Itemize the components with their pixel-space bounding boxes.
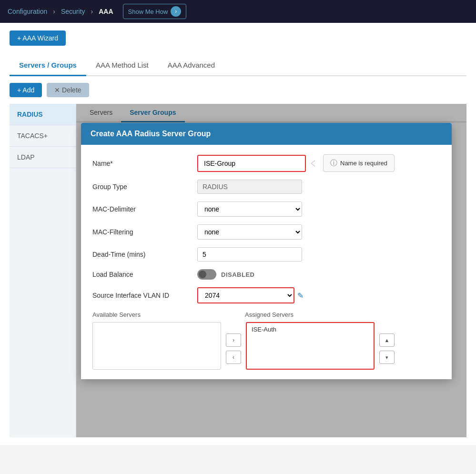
group-type-label: Group Type xyxy=(92,183,197,191)
sidebar-item-radius[interactable]: RADIUS xyxy=(10,104,76,125)
mac-filtering-label: MAC-Filtering xyxy=(92,228,197,236)
name-row: Name* ⓘ Name is required xyxy=(92,154,440,172)
create-server-group-dialog: Create AAA Radius Server Group Name* xyxy=(81,123,452,379)
mac-delimiter-row: MAC-Delimiter none colon hyphen dot xyxy=(92,202,440,217)
dialog-body: Name* ⓘ Name is required xyxy=(81,145,452,379)
source-interface-edit-icon[interactable]: ✎ xyxy=(297,291,304,300)
name-field-wrapper xyxy=(197,155,306,172)
aaa-wizard-button[interactable]: + AAA Wizard xyxy=(10,30,66,46)
source-interface-label: Source Interface VLAN ID xyxy=(92,292,197,299)
name-validation-tooltip: ⓘ Name is required xyxy=(323,154,395,172)
source-interface-wrapper: 2074 2075 2076 none xyxy=(197,287,294,303)
main-layout: RADIUS TACACS+ LDAP Servers Server Group… xyxy=(10,104,466,437)
nav-configuration[interactable]: Configuration xyxy=(8,8,47,15)
sort-up-button[interactable]: ▲ xyxy=(379,333,395,347)
load-balance-row: Load Balance DISABLED xyxy=(92,269,440,280)
available-servers-list[interactable] xyxy=(92,322,221,370)
dialog-title: Create AAA Radius Server Group xyxy=(91,130,211,138)
available-servers-col xyxy=(92,322,221,370)
nav-separator-2: › xyxy=(91,8,93,15)
show-me-how-button[interactable]: Show Me How › xyxy=(123,4,187,19)
dead-time-input[interactable] xyxy=(197,247,302,262)
sidebar-item-ldap[interactable]: LDAP xyxy=(10,147,76,168)
delete-button[interactable]: ✕ Delete xyxy=(47,83,89,97)
group-type-input xyxy=(197,180,302,194)
sidebar: RADIUS TACACS+ LDAP xyxy=(10,104,76,437)
servers-section-row: Available Servers Assigned Servers xyxy=(92,311,440,318)
mac-delimiter-label: MAC-Delimiter xyxy=(92,205,197,213)
wizard-button-label: + AAA Wizard xyxy=(17,34,58,42)
action-bar: + Add ✕ Delete xyxy=(10,76,466,104)
transfer-buttons: › ‹ xyxy=(226,322,241,364)
assigned-servers-label: Assigned Servers xyxy=(245,311,294,318)
validation-message: Name is required xyxy=(340,160,387,167)
dialog-header: Create AAA Radius Server Group xyxy=(81,123,452,145)
load-balance-toggle[interactable]: DISABLED xyxy=(197,269,254,280)
tab-aaa-advanced[interactable]: AAA Advanced xyxy=(158,55,224,76)
tab-servers-groups[interactable]: Servers / Groups xyxy=(10,55,86,76)
name-input[interactable] xyxy=(199,157,304,170)
dead-time-row: Dead-Time (mins) xyxy=(92,247,440,262)
transfer-right-button[interactable]: › xyxy=(226,333,241,347)
servers-section: › ‹ ISE-Auth ▲ ▾ xyxy=(92,322,440,370)
tab-aaa-method-list[interactable]: AAA Method List xyxy=(86,55,158,76)
nav-separator-1: › xyxy=(53,8,55,15)
transfer-left-button[interactable]: ‹ xyxy=(226,351,241,364)
mac-delimiter-select[interactable]: none colon hyphen dot xyxy=(197,202,302,217)
source-interface-row: Source Interface VLAN ID 2074 2075 2076 … xyxy=(92,287,440,303)
sort-down-button[interactable]: ▾ xyxy=(379,351,395,364)
mac-filtering-row: MAC-Filtering none mac radius xyxy=(92,224,440,240)
name-label: Name* xyxy=(92,160,197,167)
nav-aaa: AAA xyxy=(99,8,113,15)
page-content: + AAA Wizard Servers / Groups AAA Method… xyxy=(0,23,476,445)
group-type-row: Group Type xyxy=(92,180,440,194)
assigned-servers-list[interactable]: ISE-Auth xyxy=(246,322,375,370)
mac-filtering-select[interactable]: none mac radius xyxy=(197,224,302,240)
add-button[interactable]: + Add xyxy=(10,83,42,97)
top-nav: Configuration › Security › AAA Show Me H… xyxy=(0,0,476,23)
source-interface-select[interactable]: 2074 2075 2076 none xyxy=(198,288,294,303)
assigned-server-ise-auth[interactable]: ISE-Auth xyxy=(247,323,374,336)
available-servers-label: Available Servers xyxy=(92,311,221,318)
assigned-servers-col: ISE-Auth xyxy=(246,322,375,370)
main-tabs: Servers / Groups AAA Method List AAA Adv… xyxy=(10,55,466,76)
info-icon: ⓘ xyxy=(330,159,337,168)
toggle-switch[interactable] xyxy=(197,269,216,280)
sidebar-item-tacacs[interactable]: TACACS+ xyxy=(10,125,76,147)
nav-security[interactable]: Security xyxy=(61,8,85,15)
sort-buttons: ▲ ▾ xyxy=(379,322,395,364)
toggle-knob xyxy=(199,271,206,278)
toggle-label: DISABLED xyxy=(221,271,254,278)
show-me-how-arrow-icon: › xyxy=(171,6,181,17)
dead-time-label: Dead-Time (mins) xyxy=(92,251,197,258)
show-me-how-label: Show Me How xyxy=(128,8,168,15)
right-content: Servers Server Groups Create AAA Radius … xyxy=(76,104,466,437)
load-balance-label: Load Balance xyxy=(92,271,197,278)
